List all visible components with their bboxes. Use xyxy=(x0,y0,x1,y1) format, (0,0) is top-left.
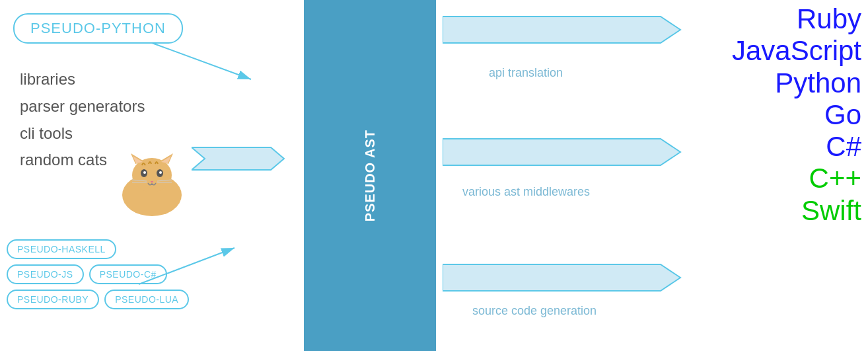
badge-pseudo-lua: PSEUDO-LUA xyxy=(104,290,189,309)
lang-cpp: C++ xyxy=(809,163,861,194)
item-libraries: libraries xyxy=(20,66,145,93)
lang-python: Python xyxy=(775,67,861,99)
badge-pseudo-haskell: PSEUDO-HASKELL xyxy=(7,239,116,259)
arrow-top-right xyxy=(443,10,687,50)
lang-ruby: Ruby xyxy=(797,3,861,35)
cat-image xyxy=(112,152,192,218)
item-parser-generators: parser generators xyxy=(20,93,145,120)
label-ast-middlewares: various ast middlewares xyxy=(462,185,590,199)
center-column: PSEUDO AST xyxy=(304,0,436,351)
label-api-translation: api translation xyxy=(489,66,563,80)
svg-point-10 xyxy=(159,171,162,174)
svg-point-2 xyxy=(132,158,172,192)
svg-marker-19 xyxy=(443,17,680,43)
lang-swift: Swift xyxy=(801,195,861,227)
badge-row-3: PSEUDO-RUBY PSEUDO-LUA xyxy=(7,290,189,309)
left-panel: PSEUDO-PYTHON libraries parser generator… xyxy=(0,0,304,351)
badge-pseudo-js: PSEUDO-JS xyxy=(7,264,84,284)
svg-marker-20 xyxy=(443,139,680,165)
center-label: PSEUDO AST xyxy=(363,130,378,221)
arrow-top-left xyxy=(145,36,277,89)
svg-marker-17 xyxy=(192,147,284,170)
language-list: Ruby JavaScript Python Go C# C++ Swift xyxy=(732,0,861,227)
arrow-bottom-right xyxy=(443,258,687,297)
lang-go: Go xyxy=(824,99,861,131)
svg-marker-21 xyxy=(443,264,680,291)
badge-row-2: PSEUDO-JS PSEUDO-C# xyxy=(7,264,189,284)
badge-pseudo-csharp: PSEUDO-C# xyxy=(89,264,167,284)
item-cli-tools: cli tools xyxy=(20,120,145,147)
right-section: api translation various ast middlewares … xyxy=(436,0,868,351)
lang-javascript: JavaScript xyxy=(732,35,861,67)
label-source-code-generation: source code generation xyxy=(472,304,597,318)
lang-csharp: C# xyxy=(826,131,861,163)
badge-pseudo-ruby: PSEUDO-RUBY xyxy=(7,290,99,309)
arrow-middle-left xyxy=(192,142,297,175)
arrow-middle-right xyxy=(443,132,687,172)
pseudo-python-label: PSEUDO-PYTHON xyxy=(30,20,166,36)
svg-point-9 xyxy=(143,171,146,174)
bottom-badges: PSEUDO-HASKELL PSEUDO-JS PSEUDO-C# PSEUD… xyxy=(7,239,189,315)
badge-row-1: PSEUDO-HASKELL xyxy=(7,239,189,259)
